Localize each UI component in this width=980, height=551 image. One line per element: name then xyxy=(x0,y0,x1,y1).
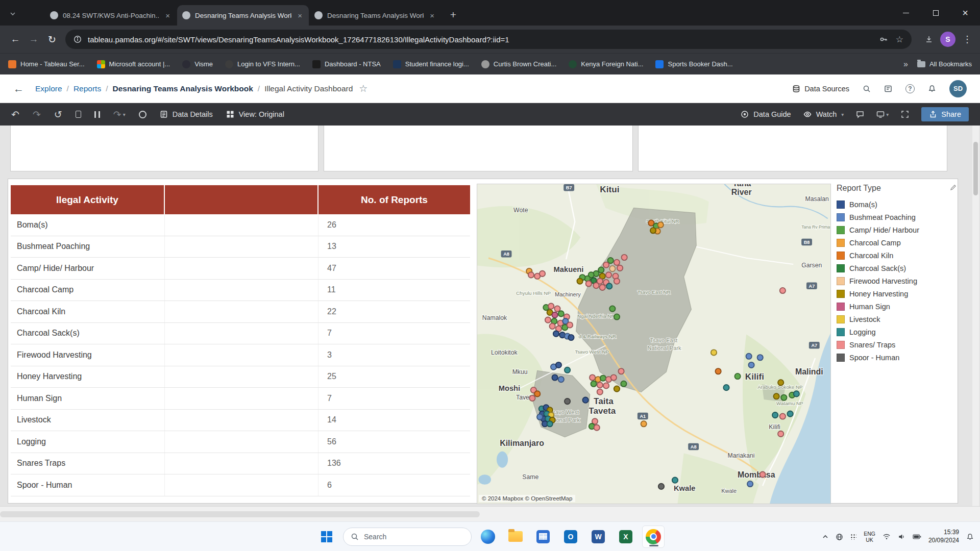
view-button[interactable]: View: Original xyxy=(226,110,284,118)
map-marker[interactable] xyxy=(780,413,786,419)
map-marker[interactable] xyxy=(746,354,752,359)
map-marker[interactable] xyxy=(567,322,573,328)
map-marker[interactable] xyxy=(556,362,561,368)
map-marker[interactable] xyxy=(614,314,620,319)
favorite-star-icon[interactable]: ☆ xyxy=(359,83,368,94)
undo-icon[interactable]: ↶ xyxy=(11,109,19,120)
map-marker[interactable] xyxy=(603,262,609,268)
app-grid-icon[interactable] xyxy=(532,525,554,548)
maximize-button[interactable] xyxy=(921,0,950,26)
breadcrumb-item[interactable]: Desnaring Teams Analysis Workbook xyxy=(112,84,253,93)
map-marker[interactable] xyxy=(554,306,560,311)
map-marker[interactable] xyxy=(552,312,557,318)
notifications-bell-icon[interactable] xyxy=(928,85,936,93)
minimize-button[interactable] xyxy=(891,0,921,26)
legend-item[interactable]: Charcoal Sack(s) xyxy=(837,262,958,274)
map-marker[interactable] xyxy=(658,484,664,489)
map-marker[interactable] xyxy=(547,421,553,427)
data-guide-button[interactable]: Data Guide xyxy=(741,110,791,118)
start-button[interactable] xyxy=(315,525,338,548)
map-marker[interactable] xyxy=(609,306,615,311)
map-marker[interactable] xyxy=(611,374,617,380)
map-marker[interactable] xyxy=(773,393,779,399)
new-tab-button[interactable]: + xyxy=(446,7,461,22)
site-info-icon[interactable] xyxy=(74,35,82,43)
table-row[interactable]: Spoor - Human6 xyxy=(11,474,470,496)
map-marker[interactable] xyxy=(548,304,554,309)
map-marker[interactable] xyxy=(597,389,603,395)
map-marker[interactable] xyxy=(781,395,787,400)
map-marker[interactable] xyxy=(540,271,545,277)
map-marker[interactable] xyxy=(598,267,604,272)
back-arrow-icon[interactable]: ← xyxy=(13,83,24,95)
help-icon[interactable]: ? xyxy=(905,84,915,93)
edge-icon[interactable] xyxy=(477,525,499,548)
bookmark-star-icon[interactable]: ☆ xyxy=(896,34,903,45)
excel-icon[interactable]: X xyxy=(615,525,637,548)
map-marker[interactable] xyxy=(614,260,620,265)
chrome-icon[interactable] xyxy=(642,525,665,548)
bookmark-item[interactable]: Dashboard - NTSA xyxy=(312,60,381,68)
browser-tab[interactable]: Desnaring Teams Analysis Work...× xyxy=(177,5,309,26)
map-marker[interactable] xyxy=(711,349,717,355)
map-marker[interactable] xyxy=(748,362,754,368)
tab-close-icon[interactable]: × xyxy=(164,11,172,20)
map-marker[interactable] xyxy=(772,412,778,418)
legend-item[interactable]: Honey Harvesting xyxy=(837,287,958,300)
map-marker[interactable] xyxy=(582,397,588,403)
outlook-icon[interactable]: O xyxy=(559,525,582,548)
map-marker[interactable] xyxy=(552,374,557,380)
map-marker[interactable] xyxy=(590,374,595,380)
network-globe-icon[interactable] xyxy=(836,533,843,541)
browser-tab[interactable]: Desnaring Teams Analysis Work...× xyxy=(309,5,441,26)
battery-icon[interactable] xyxy=(913,534,921,540)
map-marker[interactable] xyxy=(614,386,620,391)
forward-button[interactable]: → xyxy=(24,30,43,48)
hscrollbar-thumb[interactable] xyxy=(0,511,480,517)
map-marker[interactable] xyxy=(594,424,600,430)
map-marker[interactable] xyxy=(621,381,626,387)
map-marker[interactable] xyxy=(600,285,605,290)
legend-item[interactable]: Livestock xyxy=(837,313,958,325)
map-marker[interactable] xyxy=(723,385,729,390)
reload-button[interactable]: ↻ xyxy=(43,30,61,48)
close-button[interactable]: × xyxy=(950,0,980,26)
map-marker[interactable] xyxy=(618,368,624,374)
legend-item[interactable]: Boma(s) xyxy=(837,198,958,211)
bookmark-item[interactable]: Home - Tableau Ser... xyxy=(8,60,85,68)
bookmark-item[interactable]: Sports Booker Dash... xyxy=(655,60,732,68)
tab-search-icon[interactable] xyxy=(5,6,20,21)
taskbar-clock[interactable]: 15:39 20/09/2024 xyxy=(928,529,959,544)
legend-item[interactable]: Snares/ Traps xyxy=(837,338,958,351)
map-marker[interactable] xyxy=(641,421,647,427)
table-row[interactable]: Firewood Harvesting3 xyxy=(11,344,470,366)
map-marker[interactable] xyxy=(591,381,596,387)
map-marker[interactable] xyxy=(760,471,765,477)
share-button[interactable]: Share xyxy=(921,107,969,121)
map-marker[interactable] xyxy=(617,265,623,271)
map-marker[interactable] xyxy=(606,283,612,289)
table-row[interactable]: Bushmeat Poaching13 xyxy=(11,236,470,258)
table-row[interactable]: Snares Traps136 xyxy=(11,453,470,475)
volume-icon[interactable] xyxy=(898,533,905,540)
scrollbar-thumb[interactable] xyxy=(973,142,978,195)
table-row[interactable]: Charcoal Camp11 xyxy=(11,280,470,302)
file-explorer-icon[interactable] xyxy=(504,525,527,548)
map-marker[interactable] xyxy=(586,281,592,286)
bookmark-item[interactable]: Student finance logi... xyxy=(393,60,469,68)
watch-button[interactable]: Watch ▾ xyxy=(803,110,844,118)
map-marker[interactable] xyxy=(577,278,582,284)
table-row[interactable]: Charcoal Kiln22 xyxy=(11,301,470,323)
map-marker[interactable] xyxy=(593,283,599,288)
present-icon[interactable]: ▾ xyxy=(876,110,889,118)
pause-updates-icon[interactable] xyxy=(94,111,100,118)
legend-item[interactable]: Logging xyxy=(837,325,958,338)
table-row[interactable]: Logging56 xyxy=(11,431,470,453)
redo-icon[interactable]: ↷ xyxy=(33,109,41,120)
map-marker[interactable] xyxy=(568,335,574,340)
back-button[interactable]: ← xyxy=(6,30,24,48)
map-marker[interactable] xyxy=(603,383,609,388)
map-marker[interactable] xyxy=(549,323,555,329)
map-marker[interactable] xyxy=(597,382,603,388)
map-marker[interactable] xyxy=(715,368,721,374)
